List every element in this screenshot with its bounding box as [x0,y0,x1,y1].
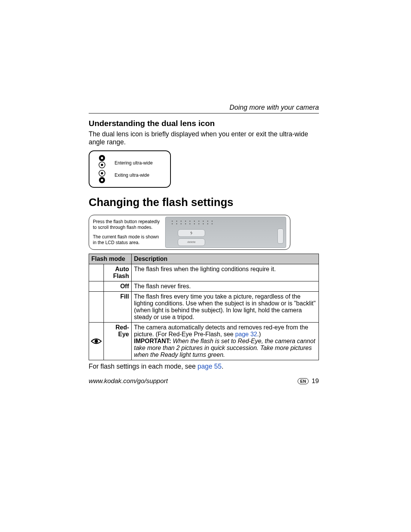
table-row: Fill The flash fires every time you take… [89,291,319,322]
col-description: Description [132,254,319,264]
footer-right: EN 19 [298,377,319,385]
svg-point-3 [101,164,103,166]
flash-button-icon [178,229,205,237]
side-button-icon [277,228,284,244]
svg-point-8 [95,339,98,343]
delete-button-icon: delete [178,238,205,246]
table-header-row: Flash mode Description [89,254,319,264]
table-row: Red-Eye The camera automatically detects… [89,322,319,360]
table-row: Off The flash never fires. [89,281,319,291]
col-flash-mode: Flash mode [89,254,132,264]
callout-line2: The current flash mode is shown in the L… [93,234,161,246]
auto-flash-icon [89,264,104,281]
off-icon [89,281,104,291]
table-row: Auto Flash The flash fires when the ligh… [89,264,319,281]
label-entering: Entering ultra-wide [115,160,170,166]
important-label: IMPORTANT: [134,338,171,344]
label-exiting: Exiting ultra-wide [115,173,170,178]
link-page-55[interactable]: page 55 [198,363,221,370]
mode-auto-flash: Auto Flash [104,264,132,281]
link-page-32[interactable]: page 32 [235,331,257,337]
speaker-dots-icon: • • • • • • • • • •• • • • • • • • • • [172,220,214,225]
desc-off: The flash never fires. [132,281,319,291]
flash-callout-diagram: Press the flash button repeatedly to scr… [89,215,290,250]
camera-illustration: • • • • • • • • • •• • • • • • • • • • d… [165,217,286,248]
after-table-text: For flash settings in each mode, see pag… [89,363,319,371]
chapter-title: Doing more with your camera [89,104,319,112]
page-number: 19 [312,377,319,385]
mode-off: Off [104,281,132,291]
manual-page: Doing more with your camera Understandin… [89,104,319,385]
section-heading-dual-lens: Understanding the dual lens icon [89,119,319,128]
red-eye-icon [89,322,104,360]
dual-lens-icons [89,155,111,184]
flash-modes-table: Flash mode Description Auto Flash The fl… [89,254,319,360]
header-rule [89,113,319,113]
fill-icon [89,291,104,322]
desc-auto-flash: The flash fires when the lighting condit… [132,264,319,281]
mode-red-eye: Red-Eye [104,322,132,360]
mode-fill: Fill [104,291,132,322]
body-dual-lens: The dual lens icon is briefly displayed … [89,130,319,147]
dual-lens-diagram: Entering ultra-wide Exiting ultra-wide [89,150,171,188]
desc-red-eye: The camera automatically detects and rem… [132,322,319,360]
svg-point-1 [101,157,103,159]
desc-fill: The flash fires every time you take a pi… [132,291,319,322]
callout-text: Press the flash button repeatedly to scr… [93,219,161,246]
footer-url: www.kodak.com/go/support [89,377,168,385]
svg-point-5 [101,172,103,174]
language-badge: EN [298,378,309,384]
section-heading-flash: Changing the flash settings [89,196,319,209]
callout-line1: Press the flash button repeatedly to scr… [93,219,161,230]
entering-ultra-wide-icon [98,155,106,168]
svg-point-7 [101,179,103,181]
page-footer: www.kodak.com/go/support EN 19 [89,377,319,385]
exiting-ultra-wide-icon [98,170,106,184]
